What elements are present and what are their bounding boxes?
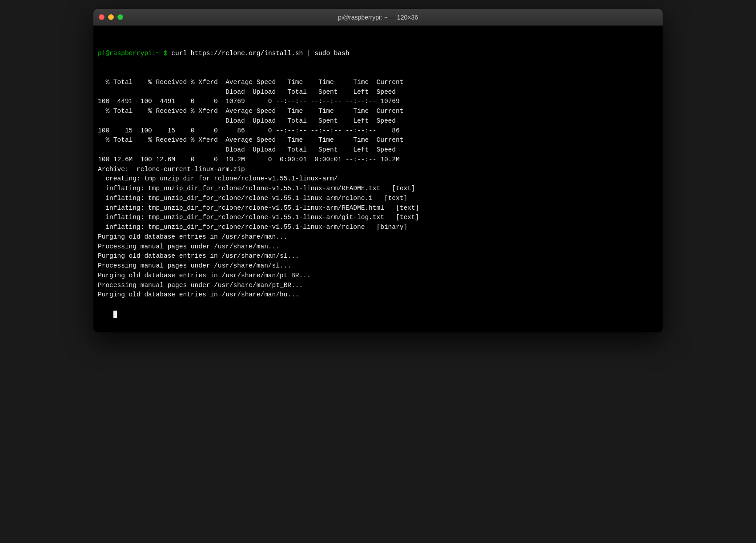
terminal-output: % Total % Received % Xferd Average Speed… — [98, 78, 658, 300]
close-button[interactable] — [99, 14, 105, 20]
terminal-line: Processing manual pages under /usr/share… — [98, 281, 658, 291]
terminal-line: Dload Upload Total Spent Left Speed — [98, 116, 658, 126]
terminal-window: pi@raspberrypi: ~ — 120×36 pi@raspberryp… — [93, 9, 663, 332]
terminal-line: inflating: tmp_unzip_dir_for_rclone/rclo… — [98, 194, 658, 204]
terminal-line: % Total % Received % Xferd Average Speed… — [98, 78, 658, 88]
window-title: pi@raspberrypi: ~ — 120×36 — [338, 14, 418, 21]
cursor — [113, 311, 117, 318]
terminal-line: inflating: tmp_unzip_dir_for_rclone/rclo… — [98, 204, 658, 213]
terminal-line: inflating: tmp_unzip_dir_for_rclone/rclo… — [98, 223, 658, 232]
command-text: curl https://rclone.org/install.sh | sud… — [171, 49, 349, 59]
terminal-line: 100 4491 100 4491 0 0 10769 0 --:--:-- -… — [98, 97, 658, 107]
terminal-line: Archive: rclone-current-linux-arm.zip — [98, 165, 658, 175]
prompt-symbol: $ — [160, 49, 171, 59]
terminal-line: Processing manual pages under /usr/share… — [98, 261, 658, 271]
terminal-line: % Total % Received % Xferd Average Speed… — [98, 136, 658, 145]
terminal-line: inflating: tmp_unzip_dir_for_rclone/rclo… — [98, 213, 658, 223]
traffic-lights — [99, 14, 123, 20]
terminal-line: Dload Upload Total Spent Left Speed — [98, 88, 658, 97]
terminal-line: Purging old database entries in /usr/sha… — [98, 290, 658, 300]
terminal-line: 100 15 100 15 0 0 86 0 --:--:-- --:--:--… — [98, 126, 658, 136]
terminal-line: creating: tmp_unzip_dir_for_rclone/rclon… — [98, 174, 658, 184]
terminal-line: Dload Upload Total Spent Left Speed — [98, 145, 658, 155]
prompt-dir: :~ — [152, 49, 160, 59]
prompt-line: pi@raspberrypi:~ $ curl https://rclone.o… — [98, 49, 658, 59]
maximize-button[interactable] — [117, 14, 123, 20]
terminal-line: 100 12.6M 100 12.6M 0 0 10.2M 0 0:00:01 … — [98, 155, 658, 165]
terminal-line: inflating: tmp_unzip_dir_for_rclone/rclo… — [98, 184, 658, 194]
terminal-line: Purging old database entries in /usr/sha… — [98, 271, 658, 281]
terminal-line: Purging old database entries in /usr/sha… — [98, 232, 658, 242]
terminal-line: Purging old database entries in /usr/sha… — [98, 252, 658, 261]
terminal-line: % Total % Received % Xferd Average Speed… — [98, 107, 658, 116]
terminal-body[interactable]: pi@raspberrypi:~ $ curl https://rclone.o… — [93, 26, 663, 332]
titlebar: pi@raspberrypi: ~ — 120×36 — [93, 9, 663, 26]
prompt-user: pi@raspberrypi — [98, 49, 152, 59]
terminal-line: Processing manual pages under /usr/share… — [98, 242, 658, 252]
minimize-button[interactable] — [108, 14, 114, 20]
